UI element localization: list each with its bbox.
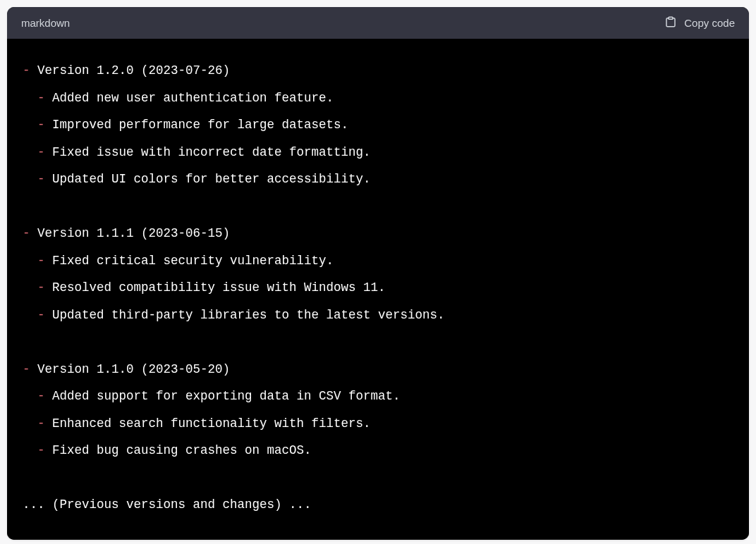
code-line: - Updated UI colors for better accessibi… (23, 166, 733, 193)
code-line: - Enhanced search functionality with fil… (23, 410, 733, 438)
code-line: - Resolved compatibility issue with Wind… (23, 274, 733, 302)
code-line (23, 193, 733, 221)
code-line: - Updated third-party libraries to the l… (23, 302, 733, 329)
code-line: - Fixed bug causing crashes on macOS. (23, 437, 733, 464)
code-line: - Fixed issue with incorrect date format… (23, 139, 733, 166)
code-line: - Added new user authentication feature. (23, 85, 733, 112)
code-line (23, 328, 733, 356)
copy-code-label: Copy code (684, 17, 735, 29)
code-line: - Version 1.2.0 (2023-07-26) (23, 57, 733, 85)
code-line: - Version 1.1.1 (2023-06-15) (23, 220, 733, 247)
copy-code-button[interactable]: Copy code (664, 16, 735, 30)
code-header: markdown Copy code (7, 7, 749, 39)
clipboard-icon (664, 16, 677, 30)
code-line: ... (Previous versions and changes) ... (23, 491, 733, 519)
code-line: - Added support for exporting data in CS… (23, 383, 733, 410)
code-line: - Fixed critical security vulnerability. (23, 247, 733, 275)
code-block: markdown Copy code - Version 1.2.0 (2023… (7, 7, 749, 540)
code-body: - Version 1.2.0 (2023-07-26) - Added new… (7, 39, 749, 540)
svg-rect-0 (669, 17, 673, 19)
language-label: markdown (21, 17, 70, 29)
code-line: - Version 1.1.0 (2023-05-20) (23, 356, 733, 383)
code-line: - Improved performance for large dataset… (23, 111, 733, 139)
code-line (23, 464, 733, 492)
